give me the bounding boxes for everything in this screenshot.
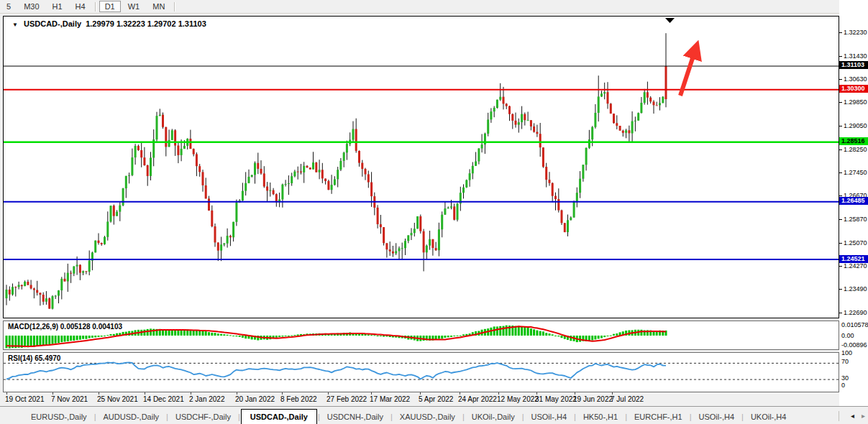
macd-axis-label: 0.010578 <box>841 321 868 328</box>
tab-scroll-right-icon[interactable]: ▸ <box>862 412 865 420</box>
tab-scroll-arrows: ◂ ▸ <box>839 407 865 424</box>
date-axis-tick <box>420 392 421 395</box>
tab-usdcnh-daily[interactable]: USDCNH-,Daily <box>321 410 390 424</box>
date-axis-label: 31 May 2022 <box>535 395 577 403</box>
date-axis-tick <box>52 392 53 395</box>
rsi-axis-label: 100 <box>841 349 852 356</box>
rsi-axis-label: 0 <box>841 382 845 389</box>
timeframe-button-h4[interactable]: H4 <box>70 1 91 12</box>
price-axis-tick <box>839 289 842 290</box>
price-axis-tick <box>839 102 842 103</box>
tab-xauusd-daily[interactable]: XAUUSD-,Daily <box>393 410 462 424</box>
date-axis-label: 8 Feb 2022 <box>280 395 317 403</box>
price-axis-label: 1.23490 <box>844 285 867 292</box>
price-axis-label: 1.32230 <box>844 29 867 36</box>
chart-title: ▼ USDCAD-,Daily 1.29979 1.32223 1.29702 … <box>12 19 206 28</box>
price-axis[interactable]: 1.322301.314301.306301.298501.290501.282… <box>839 0 868 406</box>
toolbar-separator <box>174 2 175 11</box>
price-axis-tick <box>839 195 842 196</box>
date-axis-label: 2 Jan 2022 <box>189 395 225 403</box>
macd-label: MACD(12,26,9) 0.005128 0.004103 <box>8 323 122 331</box>
price-axis-label: 1.28250 <box>844 146 867 153</box>
price-axis-tick <box>839 313 842 313</box>
tab-usdchf-daily[interactable]: USDCHF-,Daily <box>169 410 237 424</box>
date-axis-label: 20 Jan 2022 <box>235 395 275 403</box>
price-axis-label: 1.25870 <box>844 216 867 223</box>
date-axis-tick <box>371 392 372 395</box>
date-axis-label: 12 May 2022 <box>497 395 539 403</box>
tab-eurusd-daily[interactable]: EURUSD-,Daily <box>24 410 93 424</box>
date-axis-label: 27 Feb 2022 <box>326 395 367 403</box>
date-axis-tick <box>536 392 537 395</box>
price-axis-tick <box>839 266 842 267</box>
collapse-triangle-icon[interactable]: ▼ <box>12 22 18 28</box>
tab-ukoil-h4[interactable]: UKOil-,H4 <box>744 410 793 424</box>
toolbar-separator <box>95 2 96 11</box>
rsi-plot <box>4 353 839 392</box>
price-axis-label: 1.24270 <box>844 262 867 269</box>
date-axis-tick <box>282 392 283 395</box>
timeframe-button-w1[interactable]: W1 <box>122 1 146 12</box>
date-axis-label: 7 Nov 2021 <box>51 395 88 403</box>
price-axis-tick <box>839 219 842 220</box>
date-axis-label: 17 Mar 2022 <box>370 395 410 403</box>
chart-symbol-label: USDCAD-,Daily <box>24 19 81 28</box>
timeframe-button-h1[interactable]: H1 <box>47 1 68 12</box>
price-axis-label: 1.27450 <box>844 169 867 176</box>
macd-panel[interactable]: MACD(12,26,9) 0.005128 0.004103 <box>3 321 839 350</box>
timeframe-button-d1[interactable]: D1 <box>99 1 121 12</box>
price-axis-tick <box>839 172 842 173</box>
price-line-badge: 1.26485 <box>839 197 868 205</box>
tab-arrows-divider <box>839 411 839 421</box>
price-line-badge: 1.24521 <box>839 255 868 263</box>
tab-usoil-h4[interactable]: USOil-,H4 <box>693 410 741 424</box>
date-axis-tick <box>99 392 99 395</box>
price-chart-panel[interactable]: ▼ USDCAD-,Daily 1.29979 1.32223 1.29702 … <box>3 16 839 318</box>
chart-ohlc-values: 1.29979 1.32223 1.29702 1.31103 <box>86 19 206 28</box>
macd-plot <box>4 321 839 349</box>
price-axis-tick <box>839 126 842 126</box>
price-axis-tick <box>839 56 842 57</box>
price-line-badge: 1.28516 <box>839 137 868 145</box>
price-axis-tick <box>839 79 842 80</box>
rsi-label: RSI(14) 65.4970 <box>8 354 60 362</box>
timeframe-toolbar: 5M30H1H4D1W1MN <box>0 0 868 14</box>
timeframe-button-m30[interactable]: M30 <box>18 1 45 12</box>
date-axis-label: 14 Dec 2021 <box>143 395 184 403</box>
macd-axis-label: -0.00896 <box>841 341 867 349</box>
rsi-axis-label: 30 <box>841 374 849 382</box>
tab-ukoil-daily[interactable]: UKOil-,Daily <box>465 410 521 424</box>
price-axis-tick <box>839 149 842 150</box>
date-axis-label: 25 Nov 2021 <box>97 395 138 403</box>
tab-eurchf-h1[interactable]: EURCHF-,H1 <box>628 410 689 424</box>
date-axis-label: 19 Oct 2021 <box>5 395 44 403</box>
tab-usdcad-daily[interactable]: USDCAD-,Daily <box>241 409 317 424</box>
date-axis-label: 7 Jul 2022 <box>611 395 644 403</box>
tab-scroll-left-icon[interactable]: ◂ <box>851 412 854 420</box>
tab-hk50-h1[interactable]: HK50-,H1 <box>577 410 624 424</box>
date-axis-label: 5 Apr 2022 <box>419 395 453 403</box>
price-axis-tick <box>839 32 842 33</box>
timeframe-button-5[interactable]: 5 <box>1 1 17 12</box>
price-axis-tick <box>839 243 842 244</box>
price-axis-label: 1.29850 <box>844 98 867 106</box>
rsi-panel[interactable]: RSI(14) 65.4970 <box>3 352 839 392</box>
price-axis-label: 1.31430 <box>844 52 867 60</box>
price-axis-label: 1.30630 <box>844 75 867 83</box>
date-axis-tick <box>328 392 329 395</box>
price-axis-label: 1.29050 <box>844 122 867 129</box>
date-axis-tick <box>191 392 191 395</box>
price-axis-label: 1.22690 <box>844 309 867 316</box>
date-axis-tick <box>612 392 613 395</box>
chart-tabs-bar: EURUSD-,Daily|AUDUSD-,Daily|USDCHF-,Dail… <box>0 406 868 424</box>
price-axis-label: 1.25070 <box>844 239 867 246</box>
date-axis[interactable]: 19 Oct 20217 Nov 202125 Nov 202114 Dec 2… <box>3 392 839 406</box>
tab-audusd-daily[interactable]: AUDUSD-,Daily <box>96 410 165 424</box>
date-axis-tick <box>460 392 460 395</box>
rsi-axis-label: 70 <box>841 358 849 365</box>
tab-usoil-h4[interactable]: USOil-,H4 <box>525 410 574 424</box>
date-axis-tick <box>498 392 499 395</box>
price-line-badge: 1.31103 <box>839 61 868 69</box>
date-axis-tick <box>6 392 7 395</box>
timeframe-button-mn[interactable]: MN <box>147 1 170 12</box>
